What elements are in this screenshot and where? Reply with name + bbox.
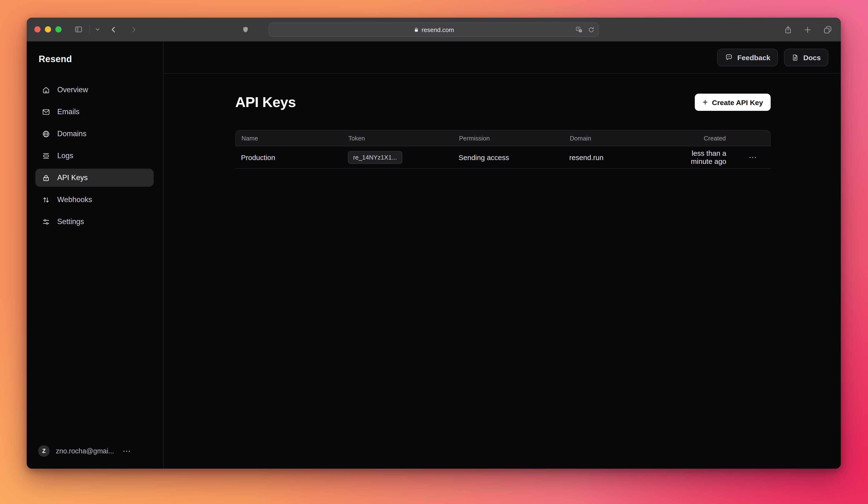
zoom-button[interactable] (55, 26, 62, 32)
tabs-icon (823, 25, 832, 34)
traffic-lights (34, 26, 62, 32)
feedback-button-label: Feedback (737, 53, 770, 61)
minimize-button[interactable] (45, 26, 51, 32)
docs-button[interactable]: Docs (784, 49, 828, 66)
page-header: Feedback Docs (164, 42, 841, 73)
browser-toolbar: resend.com A ✦ (27, 18, 841, 42)
svg-text:A: A (577, 27, 579, 30)
cell-permission: Sending access (453, 153, 564, 161)
svg-text:✦: ✦ (580, 29, 581, 32)
column-header-name: Name (236, 134, 343, 142)
sidebar-item-label: Webhooks (57, 195, 92, 204)
reload-icon (588, 26, 595, 33)
url-text: resend.com (422, 26, 454, 33)
sidebar-dropdown-button[interactable] (95, 27, 100, 32)
column-header-created: Created (684, 134, 747, 142)
user-account-row[interactable]: Z zno.rocha@gmai... ⋯ (38, 445, 156, 457)
sidebar-item-overview[interactable]: Overview (35, 81, 154, 99)
lock-icon (42, 174, 50, 182)
share-icon (784, 25, 792, 34)
arrows-up-down-icon (42, 195, 50, 204)
reload-button[interactable] (588, 26, 595, 33)
column-header-token: Token (343, 134, 453, 142)
feedback-bubble-icon (725, 53, 733, 61)
sidebar-item-label: Overview (57, 85, 88, 94)
sidebar-item-webhooks[interactable]: Webhooks (35, 191, 154, 209)
tab-overview-button[interactable] (823, 25, 832, 34)
share-button[interactable] (784, 25, 792, 34)
back-button[interactable] (110, 26, 117, 33)
cell-domain: resend.run (564, 153, 684, 161)
create-api-key-label: Create API Key (712, 98, 763, 106)
docs-icon (792, 53, 799, 61)
sidebar-item-label: Emails (57, 108, 80, 116)
api-keys-table: Name Token Permission Domain Created Pro… (235, 130, 771, 169)
home-icon (42, 86, 50, 94)
ssl-lock-icon (413, 27, 419, 33)
plus-icon (804, 26, 812, 34)
resend-logo: Resend (27, 42, 163, 64)
plus-icon: + (703, 98, 708, 107)
cell-token: re_14NYz1X1... (342, 151, 453, 164)
sidebar-item-settings[interactable]: Settings (35, 213, 154, 231)
new-tab-button[interactable] (804, 26, 812, 34)
column-header-permission: Permission (453, 134, 564, 142)
feedback-button[interactable]: Feedback (717, 49, 778, 66)
translate-icon: A ✦ (575, 26, 583, 33)
sidebar-item-label: Settings (57, 218, 84, 226)
chevron-right-icon (130, 26, 137, 33)
token-badge[interactable]: re_14NYz1X1... (348, 151, 402, 164)
cell-created: less than a minute ago (684, 149, 748, 165)
toolbar-divider (89, 24, 90, 34)
shield-icon (242, 25, 249, 34)
sidebar-item-domains[interactable]: Domains (35, 125, 154, 143)
chevron-left-icon (110, 26, 117, 33)
sidebar-item-api-keys[interactable]: API Keys (35, 169, 154, 187)
user-email: zno.rocha@gmai... (56, 447, 114, 455)
sliders-icon (42, 218, 50, 226)
page-title: API Keys (235, 94, 296, 110)
sidebar-toggle-button[interactable] (74, 25, 83, 33)
history-nav (110, 26, 137, 33)
translate-button[interactable]: A ✦ (575, 26, 583, 33)
sidebar-item-logs[interactable]: Logs (35, 147, 154, 165)
url-bar[interactable]: resend.com A ✦ (269, 22, 599, 37)
forward-button[interactable] (130, 26, 137, 33)
sidebar-item-label: Domains (57, 130, 86, 138)
browser-window: resend.com A ✦ (27, 18, 841, 468)
sidebar-nav: Overview Emails Domains (27, 81, 163, 231)
page-body: API Keys + Create API Key Name Token Per… (164, 73, 841, 169)
close-button[interactable] (34, 26, 41, 32)
chevron-down-icon (95, 27, 100, 32)
toolbar-right-actions (784, 18, 832, 42)
sidebar-item-emails[interactable]: Emails (35, 103, 154, 121)
url-bar-actions: A ✦ (575, 23, 595, 36)
create-api-key-button[interactable]: + Create API Key (695, 94, 771, 111)
row-menu-button[interactable]: ⋯ (749, 152, 757, 162)
main-area: Feedback Docs API Keys + (164, 42, 841, 468)
sidebar-item-label: API Keys (57, 173, 88, 182)
cell-name: Production (235, 153, 342, 161)
docs-button-label: Docs (803, 53, 821, 61)
privacy-shield-button[interactable] (242, 18, 249, 42)
viewport: resend.com A ✦ (0, 0, 868, 504)
table-row: Production re_14NYz1X1... Sending access… (235, 146, 771, 169)
cell-actions: ⋯ (748, 152, 771, 162)
desktop-background: resend.com A ✦ (0, 0, 868, 504)
globe-icon (42, 130, 50, 138)
logs-icon (42, 152, 50, 160)
sidebar-item-label: Logs (57, 151, 73, 160)
column-header-domain: Domain (564, 134, 684, 142)
table-header-row: Name Token Permission Domain Created (235, 130, 771, 146)
sidebar-toggle-icon (74, 25, 83, 33)
user-menu-button[interactable]: ⋯ (123, 446, 131, 456)
page-content: Resend Overview Emails (27, 42, 841, 468)
title-row: API Keys + Create API Key (235, 94, 771, 111)
sidebar: Resend Overview Emails (27, 42, 164, 468)
mail-icon (42, 108, 50, 116)
avatar: Z (38, 445, 50, 457)
